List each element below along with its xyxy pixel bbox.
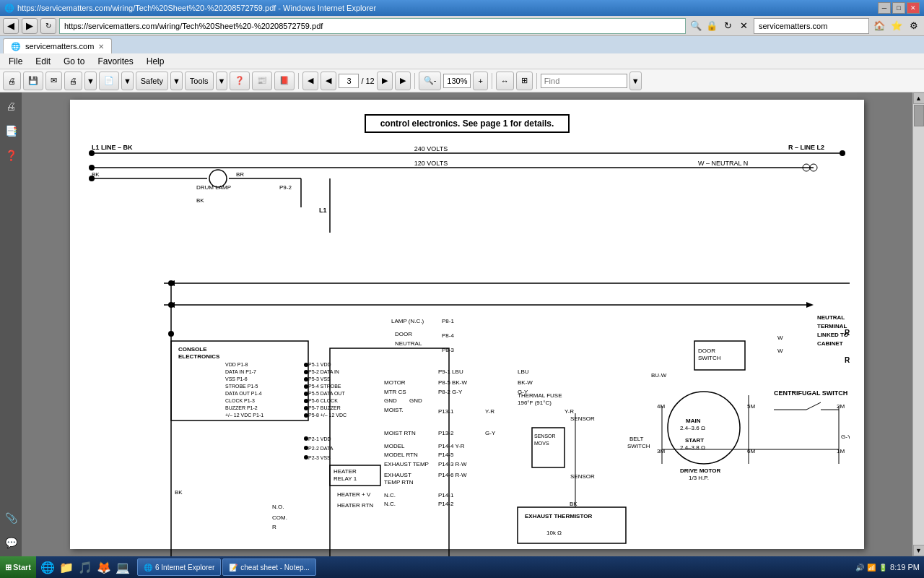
find-input[interactable] [541,74,627,88]
tray-icon-3: 🔋 [879,564,887,571]
sidebar-comment-icon[interactable]: 💬 [3,535,19,551]
zoom-out-button[interactable]: 🔍- [419,72,442,90]
refresh-icon[interactable]: ↻ [720,19,735,33]
taskbar-right: 🔊 📶 🔋 8:19 PM [851,563,924,571]
page-current-input[interactable] [339,74,359,88]
close-addr-icon[interactable]: ✕ [736,19,751,33]
fit-width-button[interactable]: ↔ [496,72,514,90]
page-dropdown[interactable]: ▼ [121,72,134,90]
svg-text:W: W [777,335,783,341]
tools-dropdown[interactable]: ▼ [216,72,228,90]
settings-icon[interactable]: ⚙ [907,19,921,33]
svg-text:MODEL RTN: MODEL RTN [384,452,418,458]
svg-text:DOOR: DOOR [698,348,715,354]
svg-text:R – LINE L2: R – LINE L2 [788,144,824,151]
svg-point-3 [89,150,95,156]
svg-text:P2-1 VDD: P2-1 VDD [308,436,331,441]
svg-point-52 [304,377,308,381]
menu-file[interactable]: File [3,55,28,68]
home-icon[interactable]: 🏠 [872,19,886,33]
svg-text:GND: GND [409,397,422,404]
taskbar-media-icon[interactable]: 🎵 [77,558,94,576]
svg-text:CABINET: CABINET [817,340,843,347]
save-button[interactable]: 💾 [23,72,43,90]
svg-text:DRUM LAMP: DRUM LAMP [196,184,231,191]
pdf-content[interactable]: control electronics. See page 1 for deta… [22,92,912,556]
svg-text:HEATER + V: HEATER + V [337,491,371,498]
menu-goto[interactable]: Go to [58,55,90,68]
svg-point-54 [304,392,308,396]
svg-text:N.O.: N.O. [272,504,284,510]
right-scrollbar[interactable]: ▲ ▼ [912,92,924,556]
sidebar-help-icon[interactable]: ❓ [3,147,19,163]
window-title: https://servicematters.com/wiring/Tech%2… [17,4,376,12]
scroll-track[interactable] [913,104,925,545]
svg-text:4M: 4M [657,403,665,410]
tab-close-button[interactable]: ✕ [98,43,104,51]
taskbar-ie-icon[interactable]: 🌐 [39,558,56,576]
svg-text:P13-1: P13-1 [438,408,454,415]
nav-left2-button[interactable]: ◀ [321,72,336,90]
print2-button[interactable]: 🖨 [64,72,82,90]
page-button[interactable]: 📄 [99,72,119,90]
svg-text:N.C.: N.C. [384,501,396,507]
tab-servicematters[interactable]: 🌐 servicematters.com ✕ [3,38,112,53]
safety-dropdown[interactable]: ▼ [170,72,183,90]
tools-button[interactable]: Tools [185,72,214,90]
zoom-input[interactable] [443,74,471,88]
tab-icon: 🌐 [11,42,21,51]
scroll-down-button[interactable]: ▼ [913,545,925,556]
scroll-thumb[interactable] [914,105,924,126]
svg-text:TERMINAL: TERMINAL [817,323,847,329]
fit-page-button[interactable]: ⊞ [516,72,533,90]
start-button[interactable]: ⊞ Start [0,556,36,578]
zoom-in-button[interactable]: + [473,72,487,90]
menu-favorites[interactable]: Favorites [92,55,139,68]
find-dropdown[interactable]: ▼ [629,72,642,90]
print-dropdown[interactable]: ▼ [84,72,97,90]
star-icon[interactable]: ⭐ [889,19,904,33]
nav-right-button[interactable]: ▶ [377,72,393,90]
app-notepad-icon: 📝 [229,564,237,571]
svg-text:DATA OUT P1-4: DATA OUT P1-4 [225,391,262,396]
nav-left-button[interactable]: ◀ [302,72,318,90]
email-button[interactable]: ✉ [45,72,62,90]
svg-text:120 VOLTS: 120 VOLTS [414,160,448,167]
sidebar-attach-icon[interactable]: 📎 [3,510,19,526]
svg-text:1M: 1M [837,448,845,454]
print-button[interactable]: 🖨 [3,72,21,90]
address-input[interactable] [59,18,686,34]
research-button[interactable]: 📰 [252,72,272,90]
pdf-button[interactable]: 📕 [274,72,295,90]
svg-text:R: R [845,329,850,337]
viewer-area: 🖨 📑 ❓ 📎 💬 control electronics. See page … [0,92,924,556]
svg-text:EXHAUST TEMP: EXHAUST TEMP [384,461,429,467]
search-input[interactable] [754,18,869,34]
sidebar-pages-icon[interactable]: 📑 [3,123,19,139]
maximize-button[interactable]: □ [892,2,905,14]
taskbar-folder-icon[interactable]: 📁 [58,558,75,576]
system-tray: 🔊 📶 🔋 [855,564,887,571]
forward-button[interactable]: ▶ [22,18,38,34]
menu-edit[interactable]: Edit [30,55,56,68]
safety-button[interactable]: Safety [136,72,168,90]
help-icon-button[interactable]: ❓ [230,72,250,90]
taskbar-app-ie[interactable]: 🌐 6 Internet Explorer [137,558,221,576]
sidebar-print-icon[interactable]: 🖨 [3,98,19,114]
taskbar-app-notepad[interactable]: 📝 cheat sheet - Notep... [222,558,316,576]
svg-text:NEUTRAL: NEUTRAL [817,314,845,321]
scroll-up-button[interactable]: ▲ [913,92,925,104]
svg-text:BR: BR [236,171,244,178]
page-header-note: control electronics. See page 1 for deta… [84,114,850,133]
taskbar-vm-icon[interactable]: 💻 [114,558,131,576]
taskbar-quick-launch: 🌐 📁 🎵 🦊 💻 [36,558,134,576]
refresh-button[interactable]: ↻ [40,18,56,34]
back-button[interactable]: ◀ [3,18,19,34]
close-button[interactable]: ✕ [907,2,920,14]
menu-help[interactable]: Help [141,55,170,68]
search-icon[interactable]: 🔍 [689,19,703,33]
minimize-button[interactable]: ─ [878,2,891,14]
taskbar-firefox-icon[interactable]: 🦊 [95,558,113,576]
nav-right2-button[interactable]: ▶ [395,72,411,90]
svg-text:2.4–3.6 Ω: 2.4–3.6 Ω [680,425,705,431]
